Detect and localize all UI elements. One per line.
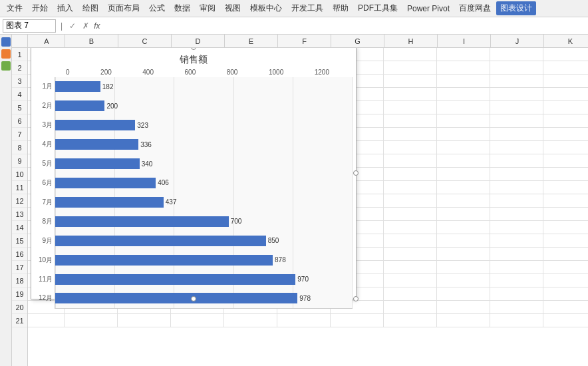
- cell-J15[interactable]: [490, 234, 543, 248]
- chart-overlay[interactable]: 销售额 020040060080010001200 1月1822月2003月32…: [31, 47, 357, 299]
- row-header-16[interactable]: 16: [12, 248, 27, 261]
- cell-J5[interactable]: [490, 101, 543, 114]
- row-header-7[interactable]: 7: [12, 128, 27, 141]
- cell-K21[interactable]: [543, 314, 588, 327]
- grid-wrapper[interactable]: ABCDEFGHIJKL 销售额 020040060080010001200 1…: [28, 35, 588, 366]
- cell-K10[interactable]: [543, 168, 588, 181]
- cell-H6[interactable]: [384, 114, 437, 128]
- cell-G21[interactable]: [331, 314, 384, 327]
- cell-I13[interactable]: [437, 208, 490, 221]
- handle-bottom[interactable]: [191, 296, 196, 301]
- cell-H15[interactable]: [384, 234, 437, 248]
- row-header-8[interactable]: 8: [12, 141, 27, 154]
- row-header-18[interactable]: 18: [12, 274, 27, 287]
- row-header-3[interactable]: 3: [12, 75, 27, 88]
- cell-I11[interactable]: [437, 181, 490, 194]
- cell-H11[interactable]: [384, 181, 437, 194]
- cell-K18[interactable]: [543, 274, 588, 287]
- menu-item-绘图[interactable]: 绘图: [78, 1, 102, 15]
- cell-B21[interactable]: [65, 314, 118, 327]
- cell-I17[interactable]: [437, 261, 490, 274]
- cell-I20[interactable]: [437, 301, 490, 314]
- cell-H3[interactable]: [384, 75, 437, 88]
- cell-H20[interactable]: [384, 301, 437, 314]
- cell-J7[interactable]: [490, 128, 543, 141]
- cell-K5[interactable]: [543, 101, 588, 114]
- cell-K6[interactable]: [543, 114, 588, 128]
- cell-I21[interactable]: [437, 314, 490, 327]
- cell-J1[interactable]: [490, 48, 543, 61]
- cell-A21[interactable]: [28, 314, 65, 327]
- row-header-21[interactable]: 21: [12, 314, 27, 327]
- sidebar-icon-green[interactable]: [1, 61, 11, 71]
- menu-item-公式[interactable]: 公式: [145, 1, 169, 15]
- cell-K9[interactable]: [543, 154, 588, 168]
- cell-I5[interactable]: [437, 101, 490, 114]
- col-header-I[interactable]: I: [438, 35, 491, 48]
- cell-I8[interactable]: [437, 141, 490, 154]
- cell-I1[interactable]: [437, 48, 490, 61]
- cell-J4[interactable]: [490, 88, 543, 101]
- name-box[interactable]: [3, 19, 56, 33]
- menu-item-模板中心[interactable]: 模板中心: [246, 1, 286, 15]
- cell-E21[interactable]: [224, 314, 277, 327]
- cell-H5[interactable]: [384, 101, 437, 114]
- row-header-13[interactable]: 13: [12, 208, 27, 221]
- cell-H17[interactable]: [384, 261, 437, 274]
- row-header-2[interactable]: 2: [12, 61, 27, 75]
- menu-item-Power Pivot[interactable]: Power Pivot: [403, 3, 454, 15]
- cell-K11[interactable]: [543, 181, 588, 194]
- row-header-12[interactable]: 12: [12, 194, 27, 208]
- row-header-4[interactable]: 4: [12, 88, 27, 101]
- cell-K13[interactable]: [543, 208, 588, 221]
- cell-J18[interactable]: [490, 274, 543, 287]
- cell-H1[interactable]: [384, 48, 437, 61]
- menu-item-开始[interactable]: 开始: [28, 1, 52, 15]
- row-header-5[interactable]: 5: [12, 101, 27, 114]
- cell-K20[interactable]: [543, 301, 588, 314]
- cell-K3[interactable]: [543, 75, 588, 88]
- cell-C21[interactable]: [118, 314, 171, 327]
- cell-J14[interactable]: [490, 221, 543, 234]
- menu-item-图表设计[interactable]: 图表设计: [496, 1, 536, 15]
- cell-H7[interactable]: [384, 128, 437, 141]
- menu-item-视图[interactable]: 视图: [221, 1, 245, 15]
- col-header-J[interactable]: J: [491, 35, 544, 48]
- menu-item-开发工具[interactable]: 开发工具: [287, 1, 327, 15]
- cell-I6[interactable]: [437, 114, 490, 128]
- cell-K1[interactable]: [543, 48, 588, 61]
- cell-H12[interactable]: [384, 194, 437, 208]
- cell-J19[interactable]: [490, 287, 543, 301]
- row-header-6[interactable]: 6: [12, 114, 27, 128]
- cell-I2[interactable]: [437, 61, 490, 75]
- cell-K15[interactable]: [543, 234, 588, 248]
- sidebar-icon-orange[interactable]: [1, 49, 11, 59]
- cell-I14[interactable]: [437, 221, 490, 234]
- check-icon[interactable]: ✓: [67, 21, 78, 31]
- cell-J9[interactable]: [490, 154, 543, 168]
- cell-I15[interactable]: [437, 234, 490, 248]
- cell-I9[interactable]: [437, 154, 490, 168]
- cell-K14[interactable]: [543, 221, 588, 234]
- formula-input[interactable]: [102, 19, 585, 33]
- handle-right[interactable]: [353, 170, 359, 176]
- row-header-20[interactable]: 20: [12, 301, 27, 314]
- cell-J16[interactable]: [490, 248, 543, 261]
- cell-H16[interactable]: [384, 248, 437, 261]
- cell-I19[interactable]: [437, 287, 490, 301]
- col-header-G[interactable]: G: [331, 35, 384, 48]
- cell-I3[interactable]: [437, 75, 490, 88]
- cell-K8[interactable]: [543, 141, 588, 154]
- menu-item-页面布局[interactable]: 页面布局: [104, 1, 144, 15]
- menu-item-百度网盘[interactable]: 百度网盘: [455, 1, 495, 15]
- cell-I16[interactable]: [437, 248, 490, 261]
- cell-J20[interactable]: [490, 301, 543, 314]
- cell-I10[interactable]: [437, 168, 490, 181]
- menu-item-数据[interactable]: 数据: [170, 1, 194, 15]
- cell-I7[interactable]: [437, 128, 490, 141]
- col-header-E[interactable]: E: [225, 35, 278, 48]
- cell-K16[interactable]: [543, 248, 588, 261]
- cell-F21[interactable]: [277, 314, 331, 327]
- cell-H10[interactable]: [384, 168, 437, 181]
- col-header-B[interactable]: B: [65, 35, 118, 48]
